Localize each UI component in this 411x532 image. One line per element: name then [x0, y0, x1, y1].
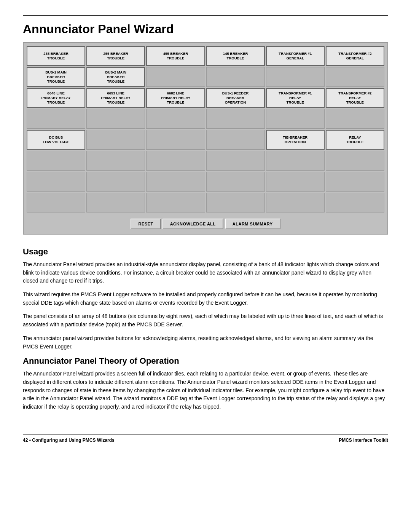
annunciator-panel: 235 BREAKERTROUBLE255 BREAKERTROUBLE455 …	[23, 42, 388, 235]
panel-cell-6[interactable]: TRANSFORMER #2GENERAL	[326, 46, 384, 66]
usage-paragraph: The panel consists of an array of 48 but…	[23, 312, 388, 329]
panel-cell-26	[86, 130, 145, 150]
panel-cell-47	[266, 193, 325, 212]
panel-cell-19	[27, 109, 85, 129]
panel-cell-11	[266, 67, 325, 87]
panel-cell-35	[266, 151, 325, 171]
panel-cell-13[interactable]: 6648 LINEPRIMARY RELAYTROUBLE	[27, 88, 85, 108]
usage-text: The Annunciator Panel wizard provides an…	[23, 260, 388, 351]
panel-cell-41	[266, 172, 325, 192]
panel-cell-2[interactable]: 255 BREAKERTROUBLE	[86, 46, 145, 66]
panel-cell-48	[326, 193, 384, 212]
panel-cell-9	[146, 67, 205, 87]
panel-buttons: RESETACKNOWLEDGE ALLALARM SUMMARY	[27, 216, 384, 231]
panel-cell-44	[86, 193, 145, 212]
panel-cell-16[interactable]: BUS-1 FEEDERBREAKEROPERATION	[206, 88, 265, 108]
alarm-summary-button[interactable]: ALARM SUMMARY	[225, 219, 280, 229]
panel-grid: 235 BREAKERTROUBLE255 BREAKERTROUBLE455 …	[27, 46, 384, 212]
panel-cell-42	[326, 172, 384, 192]
panel-cell-43	[27, 193, 85, 212]
reset-button[interactable]: RESET	[131, 219, 161, 229]
footer-right: PMCS Interface Toolkit	[339, 438, 388, 443]
panel-cell-14[interactable]: 6653 LINEPRIMARY RELAYTROUBLE	[86, 88, 145, 108]
panel-cell-4[interactable]: 145 BREAKERTROUBLE	[206, 46, 265, 66]
panel-cell-23	[266, 109, 325, 129]
panel-cell-5[interactable]: TRANSFORMER #1GENERAL	[266, 46, 325, 66]
panel-cell-20	[86, 109, 145, 129]
panel-cell-21	[146, 109, 205, 129]
theory-title: Annunciator Panel Theory of Operation	[23, 356, 388, 366]
panel-cell-28	[206, 130, 265, 150]
panel-cell-22	[206, 109, 265, 129]
theory-text: The Annunciator Panel wizard provides a …	[23, 370, 388, 411]
usage-paragraph: This wizard requires the PMCS Event Logg…	[23, 291, 388, 307]
acknowledge-all-button[interactable]: ACKNOWLEDGE ALL	[162, 219, 223, 229]
panel-cell-25[interactable]: DC BUSLOW VOLTAGE	[27, 130, 85, 150]
panel-cell-10	[206, 67, 265, 87]
panel-cell-45	[146, 193, 205, 212]
panel-cell-7[interactable]: BUS-1 MAINBREAKERTROUBLE	[27, 67, 85, 87]
panel-cell-30[interactable]: RELAYTROUBLE	[326, 130, 384, 150]
panel-cell-8[interactable]: BUS-2 MAINBREAKERTROUBLE	[86, 67, 145, 87]
theory-paragraph: The Annunciator Panel wizard provides a …	[23, 370, 388, 411]
panel-cell-39	[146, 172, 205, 192]
usage-title: Usage	[23, 247, 388, 257]
panel-cell-33	[146, 151, 205, 171]
panel-cell-38	[86, 172, 145, 192]
panel-cell-1[interactable]: 235 BREAKERTROUBLE	[27, 46, 85, 66]
usage-paragraph: The Annunciator Panel wizard provides an…	[23, 260, 388, 285]
panel-cell-46	[206, 193, 265, 212]
panel-cell-18[interactable]: TRANSFORMER #2RELAYTROUBLE	[326, 88, 384, 108]
panel-cell-40	[206, 172, 265, 192]
panel-cell-29[interactable]: TIE-BREAKEROPERATION	[266, 130, 325, 150]
panel-cell-17[interactable]: TRANSFORMER #1RELAYTROUBLE	[266, 88, 325, 108]
footer-left: 42 • Configuring and Using PMCS Wizards	[23, 438, 115, 443]
panel-cell-34	[206, 151, 265, 171]
panel-cell-15[interactable]: 6682 LINEPRIMARY RELAYTROUBLE	[146, 88, 205, 108]
usage-paragraph: The annunciator panel wizard provides bu…	[23, 334, 388, 351]
panel-cell-3[interactable]: 455 BREAKERTROUBLE	[146, 46, 205, 66]
footer: 42 • Configuring and Using PMCS Wizards …	[23, 434, 388, 443]
panel-cell-12	[326, 67, 384, 87]
panel-cell-24	[326, 109, 384, 129]
panel-cell-32	[86, 151, 145, 171]
panel-cell-37	[27, 172, 85, 192]
panel-cell-27	[146, 130, 205, 150]
page-title: Annunciator Panel Wizard	[23, 22, 388, 36]
panel-cell-36	[326, 151, 384, 171]
panel-cell-31	[27, 151, 85, 171]
